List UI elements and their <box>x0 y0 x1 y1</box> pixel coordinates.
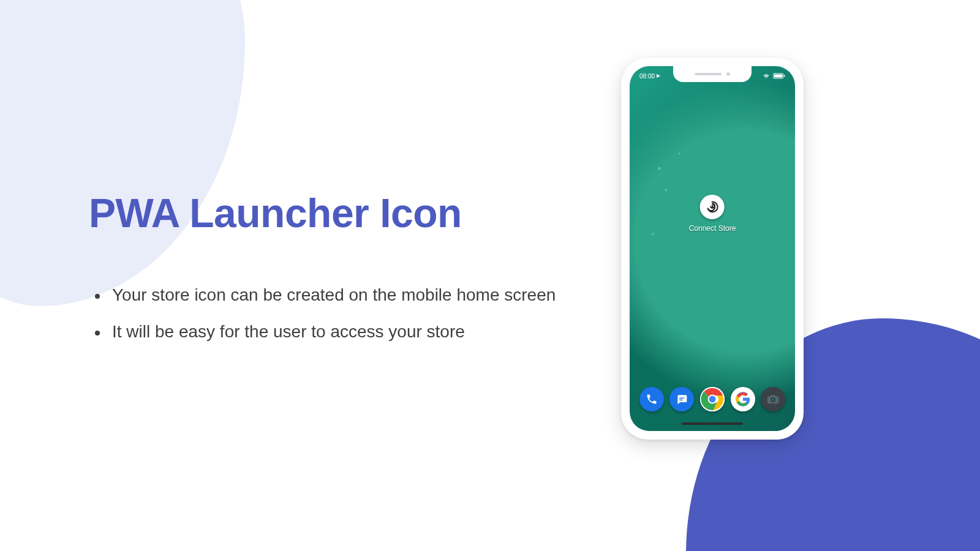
google-g-icon <box>735 391 751 407</box>
messages-app-icon[interactable] <box>669 387 694 411</box>
phone-screen: 08:00 Connect Store <box>630 66 795 431</box>
pwa-app-label: Connect Store <box>689 224 736 233</box>
phone-app-icon[interactable] <box>639 387 664 411</box>
battery-icon <box>773 73 785 79</box>
messages-icon <box>676 393 688 405</box>
camera-icon <box>766 392 780 406</box>
status-right <box>763 73 785 79</box>
bullet-list: Your store icon can be created on the mo… <box>89 285 556 342</box>
status-time: 08:00 <box>639 73 655 80</box>
speaker-icon <box>695 73 722 75</box>
svg-rect-3 <box>679 398 684 399</box>
phone-mockup: 08:00 Connect Store <box>621 58 804 440</box>
pwa-launcher-app[interactable]: Connect Store <box>689 195 736 233</box>
status-left: 08:00 <box>639 73 660 80</box>
chrome-icon <box>700 387 725 411</box>
svg-rect-1 <box>774 75 783 78</box>
front-camera-icon <box>726 72 730 76</box>
phone-notch <box>673 66 752 82</box>
camera-app-icon[interactable] <box>761 387 785 411</box>
spiral-icon <box>706 200 719 214</box>
text-content: PWA Launcher Icon Your store icon can be… <box>89 190 556 359</box>
wifi-icon <box>763 73 770 79</box>
home-indicator <box>682 422 743 425</box>
svg-point-7 <box>709 396 715 403</box>
svg-rect-4 <box>679 399 683 400</box>
bullet-item: Your store icon can be created on the mo… <box>95 285 556 305</box>
dock <box>630 387 795 411</box>
google-app-icon[interactable] <box>731 387 755 411</box>
bullet-item: It will be easy for the user to access y… <box>95 322 556 342</box>
connect-store-icon <box>700 195 725 219</box>
phone-icon <box>646 393 658 405</box>
caret-icon <box>657 74 660 78</box>
page-title: PWA Launcher Icon <box>89 190 556 236</box>
svg-point-9 <box>772 399 775 402</box>
svg-rect-2 <box>784 75 785 77</box>
chrome-app-icon[interactable] <box>700 387 725 411</box>
